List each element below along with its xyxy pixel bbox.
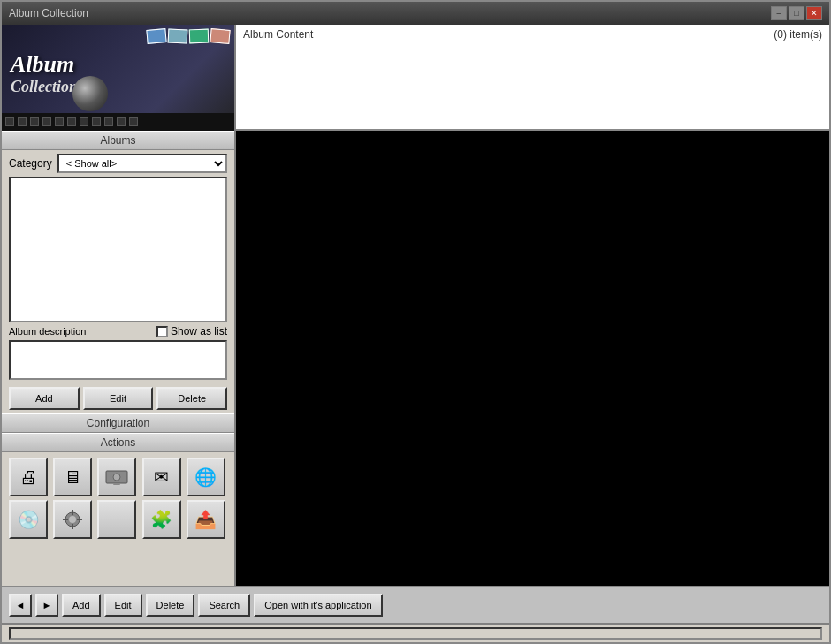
status-bar (2, 623, 829, 642)
show-as-list-label: Show as list (171, 325, 227, 337)
search-label: Search (209, 600, 240, 610)
delete-content-button[interactable]: Delete (146, 594, 195, 617)
albums-header: Albums (2, 131, 234, 150)
album-desc-row: Album description Show as list (2, 322, 234, 340)
delete-content-label: Delete (156, 600, 185, 610)
action-icons-grid: 🖨 🖥 ✉ 🌐 💿 (2, 452, 234, 544)
monitor-icon-button[interactable]: 🖥 (53, 458, 92, 496)
logo-film-strip (2, 113, 234, 131)
film-hole-8 (92, 117, 101, 126)
logo-collection-text: Collection (11, 78, 78, 96)
print-icon-button[interactable]: 🖨 (9, 458, 48, 496)
mail-icon-button[interactable]: ✉ (142, 458, 181, 496)
projector-icon-button[interactable] (97, 458, 136, 496)
logo-photo-3 (189, 29, 210, 44)
blank-icon-button[interactable] (97, 500, 136, 539)
logo-photo-4 (210, 28, 230, 44)
film-hole-5 (55, 117, 64, 126)
web-icon-button[interactable]: 🌐 (187, 458, 225, 496)
edit-content-label: Edit (115, 600, 132, 610)
actions-header: Actions (2, 433, 234, 452)
plugin-icon-button[interactable]: 🧩 (142, 500, 181, 539)
close-button[interactable]: ✕ (806, 6, 822, 20)
logo-area: Album Collection (2, 25, 234, 131)
open-with-button[interactable]: Open with it's application (254, 594, 382, 617)
main-content: Album Collection (2, 25, 829, 586)
edit-content-button[interactable]: Edit (104, 594, 142, 617)
film-hole-9 (104, 117, 113, 126)
logo-photo-1 (146, 28, 166, 44)
configuration-section: Configuration (2, 413, 234, 433)
album-content-header: Album Content (0) item(s) (236, 25, 829, 131)
maximize-button[interactable]: □ (789, 6, 804, 20)
window-title: Album Collection (9, 7, 88, 19)
album-list[interactable] (9, 177, 227, 322)
logo-text-area: Album Collection (11, 51, 78, 96)
bottom-toolbar: ◄ ► Add Edit Delete Search Open with it'… (2, 586, 829, 623)
wrench-icon-button[interactable] (53, 500, 92, 539)
album-description-label: Album description (9, 326, 86, 337)
film-hole-7 (80, 117, 88, 126)
logo-photo-2 (168, 28, 188, 43)
film-hole-2 (18, 117, 27, 126)
film-hole-10 (117, 117, 126, 126)
show-as-list-checkbox[interactable] (156, 326, 168, 337)
title-bar: Album Collection – □ ✕ (2, 2, 829, 25)
right-panel: Album Content (0) item(s) (236, 25, 829, 586)
logo-album-text: Album (11, 51, 78, 78)
logo-photos (147, 29, 230, 43)
actions-section: Actions 🖨 🖥 ✉ 🌐 💿 (2, 433, 234, 586)
film-hole-3 (30, 117, 39, 126)
albums-section: Albums Category < Show all> Album descri… (2, 131, 234, 413)
category-select-wrapper[interactable]: < Show all> (57, 154, 227, 173)
svg-point-1 (113, 474, 120, 481)
disc-icon-button[interactable]: 💿 (9, 500, 48, 539)
category-row: Category < Show all> (2, 150, 234, 177)
album-content-title: Album Content (243, 28, 313, 41)
export-icon-button[interactable]: 📤 (187, 500, 225, 539)
add-content-button[interactable]: Add (62, 594, 101, 617)
add-album-button[interactable]: Add (9, 387, 80, 410)
delete-album-button[interactable]: Delete (156, 387, 227, 410)
category-label: Category (9, 157, 52, 170)
show-as-list: Show as list (156, 325, 227, 337)
logo-ball (72, 76, 108, 111)
film-hole-11 (129, 117, 138, 126)
svg-point-4 (69, 516, 76, 523)
edit-album-button[interactable]: Edit (83, 387, 154, 410)
status-bar-inner (9, 627, 822, 640)
film-hole-1 (5, 117, 14, 126)
window-controls: – □ ✕ (771, 6, 822, 20)
prev-button[interactable]: ◄ (9, 594, 32, 617)
svg-rect-2 (113, 483, 120, 485)
category-select[interactable]: < Show all> (57, 154, 227, 173)
add-content-label: Add (72, 600, 90, 610)
minimize-button[interactable]: – (771, 6, 787, 20)
left-panel: Album Collection (2, 25, 236, 586)
next-button[interactable]: ► (35, 594, 58, 617)
album-buttons: Add Edit Delete (2, 383, 234, 413)
search-button[interactable]: Search (198, 594, 250, 617)
album-item-count: (0) item(s) (774, 28, 822, 41)
film-hole-6 (67, 117, 76, 126)
main-window: Album Collection – □ ✕ Album Collection (0, 0, 831, 644)
film-hole-4 (42, 117, 51, 126)
configuration-header: Configuration (2, 413, 234, 433)
album-content-area[interactable] (236, 131, 829, 586)
album-description-box[interactable] (9, 340, 227, 380)
